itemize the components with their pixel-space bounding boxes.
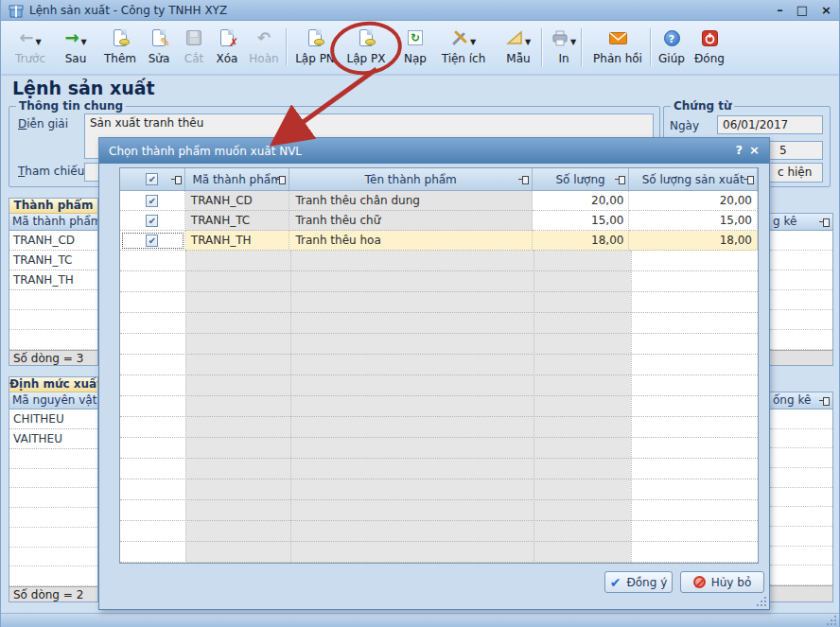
floppy-disk-icon — [186, 30, 201, 45]
list-item[interactable]: VAITHEU — [9, 429, 97, 449]
row-count-footer: Số dòng = 3 — [9, 350, 97, 366]
row-count-footer — [770, 585, 832, 602]
toolbar-separator — [650, 28, 651, 66]
row-checkbox-cell — [120, 211, 185, 231]
app-window: Lệnh sản xuất - Công ty TNHH XYZ – □ × ←… — [0, 0, 840, 627]
checkmark-icon: ✔ — [610, 577, 621, 588]
page-title: Lệnh sản xuất — [12, 78, 155, 98]
table-empty-area — [120, 251, 758, 563]
checkbox-checked-icon[interactable] — [146, 215, 158, 227]
ngay-input[interactable]: 06/01/2017 — [717, 115, 823, 134]
back-arrow-icon: ← — [19, 29, 33, 46]
printer-icon — [551, 30, 569, 46]
empty-rows — [9, 290, 97, 350]
toolbar-button-in[interactable]: ▼ In — [548, 26, 580, 71]
toolbar-button-lap-pn[interactable]: Lập PN — [292, 26, 338, 71]
table-header-row: Mã thành phẩm Tên thành phẩm Số lượng Số… — [120, 168, 758, 191]
product-name-cell[interactable]: Tranh thêu hoa — [289, 231, 532, 251]
product-code-cell[interactable]: TRANH_CD — [185, 191, 290, 211]
product-code-cell[interactable]: TRANH_TH — [185, 231, 290, 251]
checkbox-checked-icon[interactable] — [146, 173, 158, 185]
checkbox-checked-icon[interactable] — [146, 235, 158, 247]
toolbar-button-nap[interactable]: ↻ Nạp — [398, 26, 432, 71]
pin-icon[interactable] — [744, 175, 754, 183]
refresh-icon: ↻ — [408, 30, 423, 45]
new-document-icon — [308, 29, 322, 46]
quantity-cell[interactable]: 15,00 — [533, 211, 630, 231]
toolbar-button-sau[interactable]: →▼ Sau — [56, 26, 96, 71]
production-quantity-cell[interactable]: 18,00 — [629, 231, 758, 251]
toolbar-button-mau[interactable]: ▼ Mẫu — [497, 26, 540, 71]
ngay-label: Ngày — [670, 119, 699, 132]
toolbar-button-lap-px[interactable]: Lập PX — [343, 26, 389, 71]
column-header-so-luong-san-xuat[interactable]: Số lượng sản xuất — [629, 168, 758, 191]
list-item[interactable]: TRANH_CD — [9, 231, 97, 251]
quantity-cell[interactable]: 20,00 — [533, 191, 630, 211]
column-header-ten-thanh-pham[interactable]: Tên thành phẩm — [289, 168, 532, 191]
dinh-muc-xuat-panel-header: Định mức xuất — [9, 377, 97, 392]
toolbar-button-phan-hoi[interactable]: Phản hồi — [587, 26, 648, 71]
table-row[interactable]: TRANH_TC Tranh thêu chữ 15,00 15,00 — [120, 211, 758, 231]
column-header-thong-ke[interactable]: ống kê — [770, 392, 832, 409]
list-item[interactable]: TRANH_TC — [9, 251, 97, 270]
window-titlebar[interactable]: Lệnh sản xuất - Công ty TNHH XYZ – □ × — [1, 0, 839, 21]
maximize-button[interactable]: □ — [796, 2, 808, 19]
product-code-cell[interactable]: TRANH_TC — [185, 211, 290, 231]
toolbar-separator — [541, 28, 542, 66]
chevron-down-icon: ▼ — [570, 38, 576, 46]
row-checkbox-cell — [120, 231, 185, 251]
product-name-cell[interactable]: Tranh thêu chân dung — [289, 191, 532, 211]
column-header-ma-thanh-pham[interactable]: Mã thành phẩm — [185, 168, 290, 191]
cancel-button[interactable]: Hủy bỏ — [680, 571, 764, 593]
undo-icon: ↶ — [257, 28, 271, 47]
product-name-cell[interactable]: Tranh thêu chữ — [289, 211, 532, 231]
group-label-chung-tu: Chứng từ — [671, 99, 734, 113]
toolbar-button-hoan: ↶ Hoàn — [245, 26, 283, 71]
toolbar-button-tien-ich[interactable]: ▼ Tiện ích — [436, 26, 491, 71]
column-header-so-luong[interactable]: Số lượng — [533, 168, 630, 191]
column-header-ma-nguyen-vat-lieu[interactable]: Mã nguyên vật liệ — [9, 392, 97, 409]
dinh-muc-xuat-panel: Định mức xuất Mã nguyên vật liệ CHITHEU … — [9, 376, 98, 602]
table-row[interactable]: TRANH_CD Tranh thêu chân dung 20,00 20,0… — [120, 191, 758, 211]
close-button[interactable]: × — [821, 2, 831, 19]
statusbar — [1, 613, 839, 627]
window-resize-grip[interactable] — [825, 614, 836, 625]
empty-rows — [770, 231, 832, 350]
toolbar-button-sua[interactable]: ✎ Sửa — [143, 26, 175, 71]
production-quantity-cell[interactable]: 15,00 — [629, 211, 758, 231]
help-icon: ? — [664, 30, 680, 46]
cancel-icon — [693, 576, 706, 588]
column-header-thong-ke[interactable]: g kê — [770, 214, 832, 231]
new-document-icon — [359, 29, 373, 46]
toolbar-button-dong[interactable]: Đóng — [691, 26, 727, 71]
forward-arrow-icon: → — [64, 29, 79, 46]
table-row-selected[interactable]: TRANH_TH Tranh thêu hoa 18,00 18,00 — [120, 231, 758, 251]
dinh-muc-thong-ke-column: ống kê — [770, 392, 833, 602]
dialog-close-button[interactable]: × — [749, 143, 760, 157]
toolbar-button-xoa[interactable]: ✗ Xóa — [211, 26, 243, 71]
pin-icon[interactable] — [518, 175, 529, 183]
dialog-help-button[interactable]: ? — [735, 143, 743, 157]
column-header-ma-thanh-pham[interactable]: Mã thành phẩm — [9, 214, 97, 231]
toolbar-button-them[interactable]: Thêm — [101, 26, 139, 71]
quantity-cell[interactable]: 18,00 — [533, 231, 630, 251]
select-all-header[interactable] — [120, 168, 185, 191]
pin-icon[interactable] — [615, 175, 625, 183]
row-checkbox-cell — [120, 191, 185, 211]
pin-icon[interactable] — [819, 396, 830, 405]
dialog-resize-grip[interactable] — [755, 595, 766, 606]
ok-button[interactable]: ✔ Đồng ý — [604, 571, 673, 593]
checkbox-checked-icon[interactable] — [146, 195, 158, 207]
minimize-button[interactable]: – — [777, 2, 783, 19]
toolbar-button-giup[interactable]: ? Giúp — [656, 26, 688, 71]
pin-icon[interactable] — [819, 218, 830, 226]
production-quantity-cell[interactable]: 20,00 — [629, 191, 758, 211]
pin-icon[interactable] — [275, 175, 286, 183]
list-item[interactable]: CHITHEU — [9, 409, 97, 429]
tools-icon — [451, 29, 468, 46]
list-item[interactable]: TRANH_TH — [9, 270, 97, 290]
pin-icon[interactable] — [171, 175, 182, 183]
dialog-titlebar[interactable]: Chọn thành phẩm muốn xuất NVL ? × — [99, 138, 769, 164]
dialog-title: Chọn thành phẩm muốn xuất NVL — [109, 145, 302, 158]
envelope-icon — [609, 32, 627, 44]
